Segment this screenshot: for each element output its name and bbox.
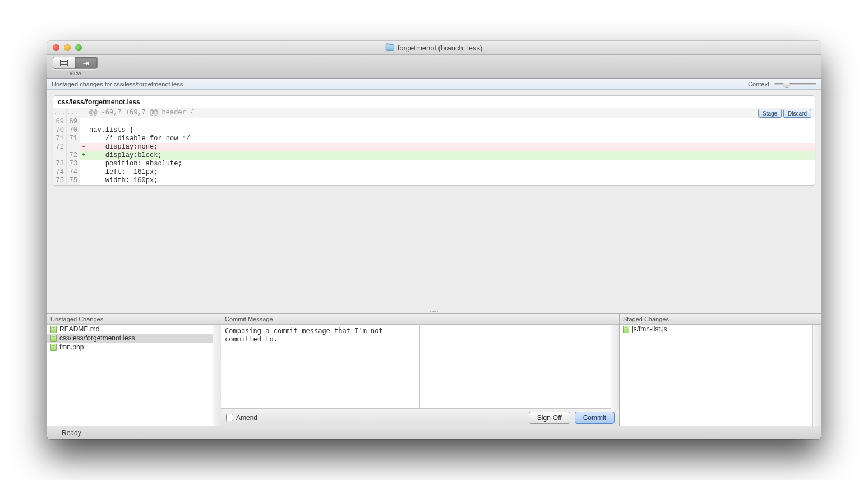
line-number-new: 72 [67, 151, 80, 160]
list-view-icon [60, 60, 68, 66]
line-number-new: 71 [67, 135, 80, 143]
staged-header: Staged Changes [620, 314, 821, 325]
unstaged-scrollbar[interactable] [213, 325, 221, 426]
view-toggle-group: View [53, 57, 98, 76]
zoom-window-button[interactable] [75, 44, 82, 51]
context-label: Context: [748, 81, 771, 87]
amend-checkbox-label[interactable]: Amend [226, 414, 257, 422]
window-title: forgetmenot (branch: less) [386, 44, 483, 52]
hunk-header-text: @@ -69,7 +69,7 @@ header { [87, 109, 815, 117]
unstaged-file-list[interactable]: README.mdcss/less/forgetmenot.lessfmn.ph… [47, 325, 213, 426]
diff-code: display:none; [87, 143, 815, 151]
diff-line[interactable]: 7171 /* disable for now */ [53, 135, 815, 143]
commit-panel: Commit Message Amend Sign-Off Commit [221, 314, 619, 426]
diff-marker: + [80, 151, 87, 160]
view-toggle-label: View [69, 70, 81, 76]
file-name: fmn.php [59, 343, 84, 351]
diff-line[interactable]: 7070nav.lists { [53, 126, 815, 135]
unstaged-panel: Unstaged Changes README.mdcss/less/forge… [47, 314, 221, 426]
line-number-new: 70 [67, 126, 80, 135]
diff-line[interactable]: 7373 position: absolute; [53, 160, 815, 168]
signoff-button[interactable]: Sign-Off [529, 412, 570, 424]
view-mode-diff-button[interactable] [75, 57, 98, 69]
line-number-new: ... [67, 109, 80, 117]
line-number-old [53, 151, 67, 160]
line-number-old: 75 [53, 177, 67, 185]
line-number-old: 69 [53, 118, 67, 126]
diff-code [87, 118, 815, 126]
diff-code: display:block; [87, 151, 815, 160]
line-number-old: ... [53, 109, 67, 117]
file-icon [623, 326, 629, 333]
diff-marker [80, 177, 87, 185]
file-name: css/less/forgetmenot.less [59, 334, 135, 342]
diff-view-icon [83, 59, 89, 67]
splitter-area [47, 191, 821, 313]
context-slider-group: Context: [748, 81, 816, 87]
window-title-text: forgetmenot (branch: less) [398, 44, 483, 52]
file-name: js/fmn-list.js [632, 325, 667, 333]
staged-scrollbar[interactable] [812, 325, 821, 426]
commit-message-input[interactable] [221, 325, 419, 409]
diff-code: position: absolute; [87, 160, 815, 168]
diff-line[interactable]: 7474 left: -161px; [53, 168, 815, 177]
context-slider-thumb[interactable] [783, 81, 790, 87]
folder-icon [386, 44, 394, 51]
file-icon [50, 326, 57, 333]
diff-hunk-header: ......@@ -69,7 +69,7 @@ header {StageDis… [53, 108, 815, 118]
close-window-button[interactable] [53, 44, 59, 51]
app-window: forgetmenot (branch: less) View Unstaged… [47, 41, 821, 439]
line-number-new: 74 [67, 168, 80, 177]
commit-button[interactable]: Commit [575, 412, 615, 424]
diff-subheader: Unstaged changes for css/less/forgetmeno… [47, 79, 821, 90]
staged-file-list[interactable]: js/fmn-list.js [620, 325, 812, 426]
window-controls [53, 44, 82, 51]
staged-panel: Staged Changes js/fmn-list.js [619, 314, 821, 426]
file-icon [50, 344, 57, 351]
file-name: README.md [59, 325, 99, 333]
diff-code: /* disable for now */ [87, 135, 815, 143]
line-number-old: 71 [53, 135, 67, 143]
commit-scrollbar[interactable] [611, 325, 619, 409]
discard-hunk-button[interactable]: Discard [783, 109, 811, 118]
status-text: Ready [62, 429, 81, 437]
minimize-window-button[interactable] [64, 44, 71, 51]
line-number-old: 73 [53, 160, 67, 168]
toolbar: View [47, 55, 821, 79]
commit-description-input[interactable] [419, 325, 611, 409]
line-number-old: 72 [53, 143, 67, 151]
diff-line[interactable]: 72- display:none; [53, 143, 815, 151]
stage-hunk-button[interactable]: Stage [758, 109, 782, 118]
bottom-panels: Unstaged Changes README.mdcss/less/forge… [47, 313, 821, 426]
diff-subheader-text: Unstaged changes for css/less/forgetmeno… [52, 81, 183, 87]
diff-marker [80, 135, 87, 143]
line-number-new: 75 [67, 177, 80, 185]
commit-footer: Amend Sign-Off Commit [221, 409, 619, 426]
line-number-new: 69 [67, 118, 80, 126]
diff-line[interactable]: 72+ display:block; [53, 151, 815, 160]
diff-code: nav.lists { [87, 126, 815, 135]
diff-line[interactable]: 7575 width: 160px; [53, 177, 815, 185]
file-icon [50, 335, 57, 342]
diff-line[interactable]: 6969 [53, 118, 815, 126]
diff-file-path: css/less/forgetmenot.less [53, 96, 815, 108]
splitter-handle[interactable] [423, 311, 445, 313]
amend-label: Amend [236, 414, 257, 422]
titlebar[interactable]: forgetmenot (branch: less) [47, 41, 821, 55]
line-number-old: 70 [53, 126, 67, 135]
file-item[interactable]: fmn.php [47, 343, 213, 352]
commit-header: Commit Message [221, 314, 619, 325]
file-item[interactable]: css/less/forgetmenot.less [47, 334, 213, 343]
diff-code: left: -161px; [87, 168, 815, 177]
line-number-new: 73 [67, 160, 80, 168]
file-item[interactable]: README.md [47, 325, 213, 334]
context-slider[interactable] [774, 83, 816, 85]
amend-checkbox[interactable] [226, 414, 233, 421]
file-item[interactable]: js/fmn-list.js [620, 325, 812, 334]
line-number-new [67, 143, 80, 151]
diff-marker: - [80, 143, 87, 151]
diff-marker [80, 168, 87, 177]
line-number-old: 74 [53, 168, 67, 177]
view-mode-list-button[interactable] [53, 57, 75, 69]
diff-code: width: 160px; [87, 177, 815, 185]
